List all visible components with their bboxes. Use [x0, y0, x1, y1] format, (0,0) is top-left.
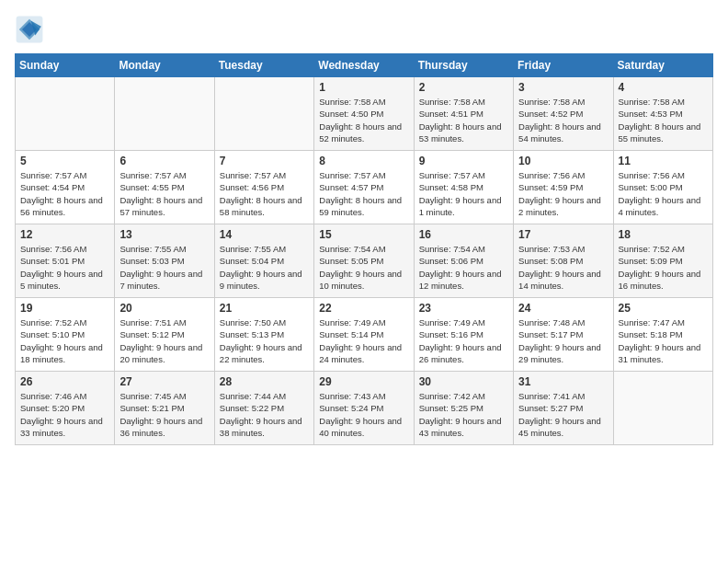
day-number: 27	[119, 375, 209, 388]
day-info: Sunrise: 7:57 AM Sunset: 4:55 PM Dayligh…	[119, 169, 209, 218]
day-cell: 25Sunrise: 7:47 AM Sunset: 5:18 PM Dayli…	[613, 298, 712, 372]
day-number: 25	[619, 302, 708, 315]
day-number: 11	[619, 155, 708, 167]
day-info: Sunrise: 7:58 AM Sunset: 4:50 PM Dayligh…	[319, 96, 408, 144]
day-number: 26	[20, 375, 109, 388]
day-header: Saturday	[613, 54, 712, 77]
day-header: Sunday	[16, 54, 115, 77]
day-info: Sunrise: 7:54 AM Sunset: 5:05 PM Dayligh…	[319, 243, 408, 292]
day-number: 17	[518, 228, 608, 241]
day-number: 19	[20, 302, 109, 315]
day-number: 29	[319, 375, 408, 388]
day-number: 31	[518, 375, 608, 388]
day-number: 23	[419, 302, 508, 315]
day-cell	[115, 77, 214, 151]
day-info: Sunrise: 7:55 AM Sunset: 5:03 PM Dayligh…	[119, 243, 209, 292]
week-row: 5Sunrise: 7:57 AM Sunset: 4:54 PM Daylig…	[16, 151, 713, 224]
day-cell: 1Sunrise: 7:58 AM Sunset: 4:50 PM Daylig…	[314, 77, 414, 151]
day-info: Sunrise: 7:48 AM Sunset: 5:17 PM Dayligh…	[518, 316, 608, 365]
day-cell: 19Sunrise: 7:52 AM Sunset: 5:10 PM Dayli…	[16, 298, 115, 372]
day-info: Sunrise: 7:57 AM Sunset: 4:57 PM Dayligh…	[319, 169, 408, 218]
day-cell: 18Sunrise: 7:52 AM Sunset: 5:09 PM Dayli…	[613, 224, 712, 298]
day-number: 18	[619, 228, 708, 241]
day-number: 24	[518, 302, 608, 315]
header	[15, 15, 713, 44]
day-cell: 26Sunrise: 7:46 AM Sunset: 5:20 PM Dayli…	[16, 372, 115, 445]
day-cell: 31Sunrise: 7:41 AM Sunset: 5:27 PM Dayli…	[514, 372, 613, 445]
day-info: Sunrise: 7:56 AM Sunset: 5:00 PM Dayligh…	[619, 169, 708, 218]
day-number: 30	[419, 375, 508, 388]
day-info: Sunrise: 7:56 AM Sunset: 5:01 PM Dayligh…	[20, 243, 109, 292]
day-info: Sunrise: 7:58 AM Sunset: 4:51 PM Dayligh…	[419, 96, 508, 144]
day-header: Tuesday	[214, 54, 313, 77]
day-cell: 12Sunrise: 7:56 AM Sunset: 5:01 PM Dayli…	[16, 224, 115, 298]
day-number: 4	[619, 81, 708, 94]
day-info: Sunrise: 7:51 AM Sunset: 5:12 PM Dayligh…	[119, 316, 209, 365]
day-cell: 23Sunrise: 7:49 AM Sunset: 5:16 PM Dayli…	[414, 298, 513, 372]
day-info: Sunrise: 7:42 AM Sunset: 5:25 PM Dayligh…	[419, 390, 508, 439]
day-header: Thursday	[414, 54, 513, 77]
logo-icon	[15, 15, 44, 44]
day-info: Sunrise: 7:41 AM Sunset: 5:27 PM Dayligh…	[518, 390, 608, 439]
calendar-table: SundayMondayTuesdayWednesdayThursdayFrid…	[15, 53, 713, 445]
day-info: Sunrise: 7:47 AM Sunset: 5:18 PM Dayligh…	[619, 316, 708, 365]
day-info: Sunrise: 7:57 AM Sunset: 4:56 PM Dayligh…	[220, 169, 309, 218]
day-number: 22	[319, 302, 408, 315]
day-cell	[613, 372, 712, 445]
day-cell: 27Sunrise: 7:45 AM Sunset: 5:21 PM Dayli…	[115, 372, 214, 445]
day-info: Sunrise: 7:49 AM Sunset: 5:14 PM Dayligh…	[319, 316, 408, 365]
day-info: Sunrise: 7:52 AM Sunset: 5:09 PM Dayligh…	[619, 243, 708, 292]
day-info: Sunrise: 7:44 AM Sunset: 5:22 PM Dayligh…	[220, 390, 309, 439]
day-header: Wednesday	[314, 54, 414, 77]
day-cell	[214, 77, 313, 151]
day-number: 21	[220, 302, 309, 315]
day-cell: 13Sunrise: 7:55 AM Sunset: 5:03 PM Dayli…	[115, 224, 214, 298]
day-cell: 30Sunrise: 7:42 AM Sunset: 5:25 PM Dayli…	[414, 372, 513, 445]
day-info: Sunrise: 7:52 AM Sunset: 5:10 PM Dayligh…	[20, 316, 109, 365]
day-info: Sunrise: 7:53 AM Sunset: 5:08 PM Dayligh…	[518, 243, 608, 292]
day-cell: 21Sunrise: 7:50 AM Sunset: 5:13 PM Dayli…	[214, 298, 313, 372]
day-cell: 8Sunrise: 7:57 AM Sunset: 4:57 PM Daylig…	[314, 151, 414, 224]
day-info: Sunrise: 7:55 AM Sunset: 5:04 PM Dayligh…	[220, 243, 309, 292]
day-cell: 14Sunrise: 7:55 AM Sunset: 5:04 PM Dayli…	[214, 224, 313, 298]
day-number: 16	[419, 228, 508, 241]
day-info: Sunrise: 7:54 AM Sunset: 5:06 PM Dayligh…	[419, 243, 508, 292]
week-row: 26Sunrise: 7:46 AM Sunset: 5:20 PM Dayli…	[16, 372, 713, 445]
header-row: SundayMondayTuesdayWednesdayThursdayFrid…	[16, 54, 713, 77]
day-number: 6	[119, 155, 209, 167]
day-cell: 10Sunrise: 7:56 AM Sunset: 4:59 PM Dayli…	[514, 151, 613, 224]
day-info: Sunrise: 7:43 AM Sunset: 5:24 PM Dayligh…	[319, 390, 408, 439]
day-cell: 11Sunrise: 7:56 AM Sunset: 5:00 PM Dayli…	[613, 151, 712, 224]
day-cell: 4Sunrise: 7:58 AM Sunset: 4:53 PM Daylig…	[613, 77, 712, 151]
day-cell: 24Sunrise: 7:48 AM Sunset: 5:17 PM Dayli…	[514, 298, 613, 372]
day-number: 2	[419, 81, 508, 94]
day-number: 28	[220, 375, 309, 388]
day-info: Sunrise: 7:46 AM Sunset: 5:20 PM Dayligh…	[20, 390, 109, 439]
day-cell: 16Sunrise: 7:54 AM Sunset: 5:06 PM Dayli…	[414, 224, 513, 298]
day-number: 10	[518, 155, 608, 167]
day-number: 7	[220, 155, 309, 167]
day-info: Sunrise: 7:57 AM Sunset: 4:58 PM Dayligh…	[419, 169, 508, 218]
day-number: 8	[319, 155, 408, 167]
day-cell: 28Sunrise: 7:44 AM Sunset: 5:22 PM Dayli…	[214, 372, 313, 445]
logo	[15, 15, 48, 44]
day-cell: 22Sunrise: 7:49 AM Sunset: 5:14 PM Dayli…	[314, 298, 414, 372]
day-number: 1	[319, 81, 408, 94]
week-row: 19Sunrise: 7:52 AM Sunset: 5:10 PM Dayli…	[16, 298, 713, 372]
week-row: 12Sunrise: 7:56 AM Sunset: 5:01 PM Dayli…	[16, 224, 713, 298]
day-number: 14	[220, 228, 309, 241]
day-info: Sunrise: 7:58 AM Sunset: 4:53 PM Dayligh…	[619, 96, 708, 144]
day-info: Sunrise: 7:58 AM Sunset: 4:52 PM Dayligh…	[518, 96, 608, 144]
day-number: 12	[20, 228, 109, 241]
day-number: 9	[419, 155, 508, 167]
day-cell: 20Sunrise: 7:51 AM Sunset: 5:12 PM Dayli…	[115, 298, 214, 372]
page: SundayMondayTuesdayWednesdayThursdayFrid…	[0, 0, 728, 563]
day-info: Sunrise: 7:57 AM Sunset: 4:54 PM Dayligh…	[20, 169, 109, 218]
day-number: 3	[518, 81, 608, 94]
day-info: Sunrise: 7:56 AM Sunset: 4:59 PM Dayligh…	[518, 169, 608, 218]
day-cell: 2Sunrise: 7:58 AM Sunset: 4:51 PM Daylig…	[414, 77, 513, 151]
day-cell: 7Sunrise: 7:57 AM Sunset: 4:56 PM Daylig…	[214, 151, 313, 224]
day-info: Sunrise: 7:49 AM Sunset: 5:16 PM Dayligh…	[419, 316, 508, 365]
day-number: 5	[20, 155, 109, 167]
day-cell: 5Sunrise: 7:57 AM Sunset: 4:54 PM Daylig…	[16, 151, 115, 224]
